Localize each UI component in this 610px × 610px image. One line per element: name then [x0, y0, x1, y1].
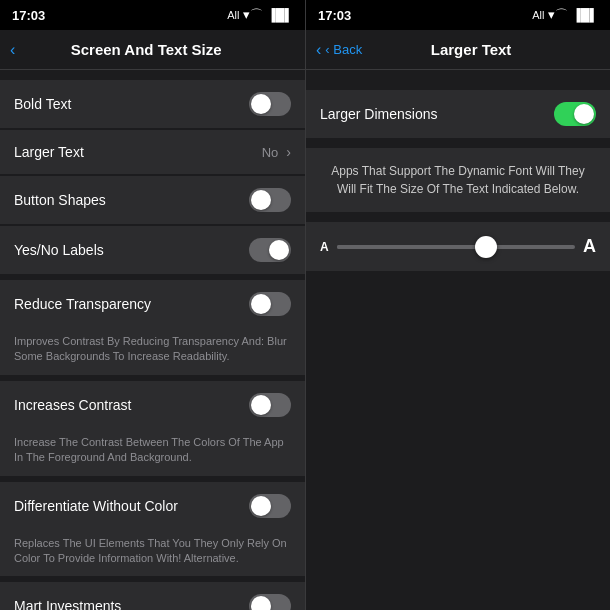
- button-shapes-knob: [251, 190, 271, 210]
- slider-label-left: A: [320, 240, 329, 254]
- differentiate-without-color-toggle[interactable]: [249, 494, 291, 518]
- back-button-right[interactable]: ‹ ‹ Back: [316, 41, 362, 59]
- slider-thumb[interactable]: [475, 236, 497, 258]
- left-panel: 17:03 All ▾⌒ ▐█▌ ‹ Screen And Text Size …: [0, 0, 305, 610]
- larger-text-value: No: [262, 145, 279, 160]
- increases-contrast-group: Increases Contrast Increase The Contrast…: [0, 381, 305, 476]
- bold-text-row[interactable]: Bold Text: [0, 80, 305, 128]
- back-button-left[interactable]: ‹: [10, 41, 17, 59]
- yes-no-labels-label: Yes/No Labels: [14, 242, 104, 258]
- mart-investments-row[interactable]: Mart Investments: [0, 582, 305, 610]
- larger-dimensions-toggle[interactable]: [554, 102, 596, 126]
- larger-text-row[interactable]: Larger Text No ›: [0, 130, 305, 174]
- battery-icon-right: ▐█▌: [572, 8, 598, 22]
- status-bar-left: 17:03 All ▾⌒ ▐█▌: [0, 0, 305, 30]
- back-chevron-left: ‹: [10, 41, 15, 59]
- mart-investments-toggle[interactable]: [249, 594, 291, 610]
- larger-text-chevron: ›: [286, 144, 291, 160]
- slider-track[interactable]: [337, 245, 575, 249]
- status-bar-right: 17:03 All ▾⌒ ▐█▌: [306, 0, 610, 30]
- settings-list-right: Larger Dimensions Apps That Support The …: [306, 70, 610, 610]
- font-size-slider-container: A A: [306, 222, 610, 271]
- time-left: 17:03: [12, 8, 45, 23]
- reduce-transparency-toggle[interactable]: [249, 292, 291, 316]
- nav-title-left: Screen And Text Size: [27, 41, 265, 58]
- larger-text-label: Larger Text: [14, 144, 84, 160]
- button-shapes-toggle[interactable]: [249, 188, 291, 212]
- yes-no-labels-toggle[interactable]: [249, 238, 291, 262]
- time-right: 17:03: [318, 8, 351, 23]
- increases-contrast-label: Increases Contrast: [14, 397, 132, 413]
- back-chevron-right: ‹: [316, 41, 321, 59]
- slider-label-right: A: [583, 236, 596, 257]
- signal-icon-right: All: [532, 9, 544, 21]
- wifi-icon-left: ▾⌒: [243, 6, 263, 24]
- larger-dimensions-knob: [574, 104, 594, 124]
- increases-contrast-row[interactable]: Increases Contrast: [0, 381, 305, 429]
- differentiate-without-color-group: Differentiate Without Color Replaces The…: [0, 482, 305, 577]
- mart-investments-group: Mart Investments The "smart Invert" Opti…: [0, 582, 305, 610]
- reduce-transparency-label: Reduce Transparency: [14, 296, 151, 312]
- nav-bar-right: ‹ ‹ Back Larger Text: [306, 30, 610, 70]
- bold-text-label: Bold Text: [14, 96, 71, 112]
- nav-bar-left: ‹ Screen And Text Size: [0, 30, 305, 70]
- status-icons-left: All ▾⌒ ▐█▌: [227, 6, 293, 24]
- right-panel: 17:03 All ▾⌒ ▐█▌ ‹ ‹ Back Larger Text La…: [305, 0, 610, 610]
- mart-investments-knob: [251, 596, 271, 610]
- bold-text-toggle[interactable]: [249, 92, 291, 116]
- reduce-transparency-desc: Improves Contrast By Reducing Transparen…: [0, 328, 305, 375]
- button-shapes-label: Button Shapes: [14, 192, 106, 208]
- increases-contrast-toggle[interactable]: [249, 393, 291, 417]
- nav-title-right: Larger Text: [372, 41, 570, 58]
- mart-investments-label: Mart Investments: [14, 598, 121, 610]
- differentiate-without-color-desc: Replaces The UI Elements That You They O…: [0, 530, 305, 577]
- yes-no-labels-row[interactable]: Yes/No Labels: [0, 226, 305, 274]
- back-label-right: ‹ Back: [325, 42, 362, 57]
- reduce-transparency-row[interactable]: Reduce Transparency: [0, 280, 305, 328]
- reduce-transparency-group: Reduce Transparency Improves Contrast By…: [0, 280, 305, 375]
- signal-icon-left: All: [227, 9, 239, 21]
- battery-icon-left: ▐█▌: [267, 8, 293, 22]
- increases-contrast-desc: Increase The Contrast Between The Colors…: [0, 429, 305, 476]
- increases-contrast-knob: [251, 395, 271, 415]
- bold-text-knob: [251, 94, 271, 114]
- button-shapes-row[interactable]: Button Shapes: [0, 176, 305, 224]
- larger-text-description: Apps That Support The Dynamic Font Will …: [306, 148, 610, 212]
- settings-list-left: Bold Text Larger Text No › Button Shapes…: [0, 70, 305, 610]
- differentiate-without-color-knob: [251, 496, 271, 516]
- differentiate-without-color-row[interactable]: Differentiate Without Color: [0, 482, 305, 530]
- reduce-transparency-knob: [251, 294, 271, 314]
- larger-dimensions-label: Larger Dimensions: [320, 106, 438, 122]
- wifi-icon-right: ▾⌒: [548, 6, 568, 24]
- slider-fill: [337, 245, 480, 249]
- differentiate-without-color-label: Differentiate Without Color: [14, 498, 178, 514]
- status-icons-right: All ▾⌒ ▐█▌: [532, 6, 598, 24]
- larger-dimensions-row[interactable]: Larger Dimensions: [306, 90, 610, 138]
- larger-text-right: No ›: [262, 144, 291, 160]
- yes-no-labels-knob: [269, 240, 289, 260]
